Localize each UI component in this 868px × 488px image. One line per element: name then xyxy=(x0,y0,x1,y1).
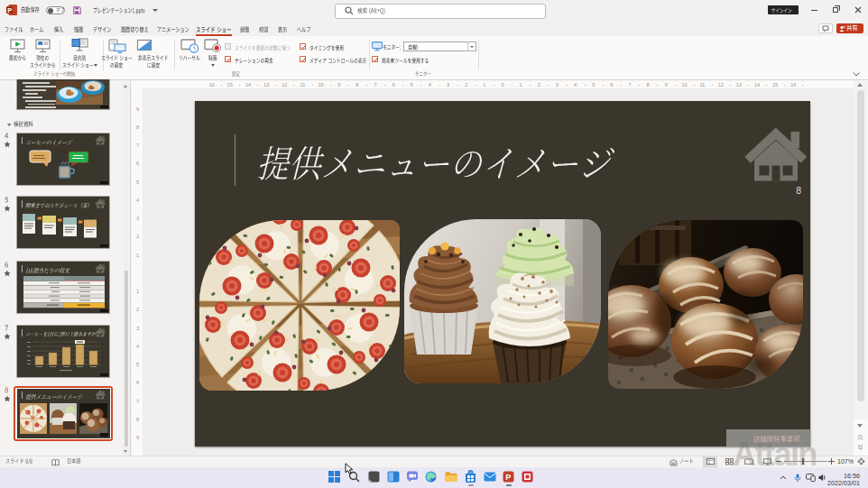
svg-text:P: P xyxy=(505,473,511,482)
svg-text:P: P xyxy=(7,6,12,14)
